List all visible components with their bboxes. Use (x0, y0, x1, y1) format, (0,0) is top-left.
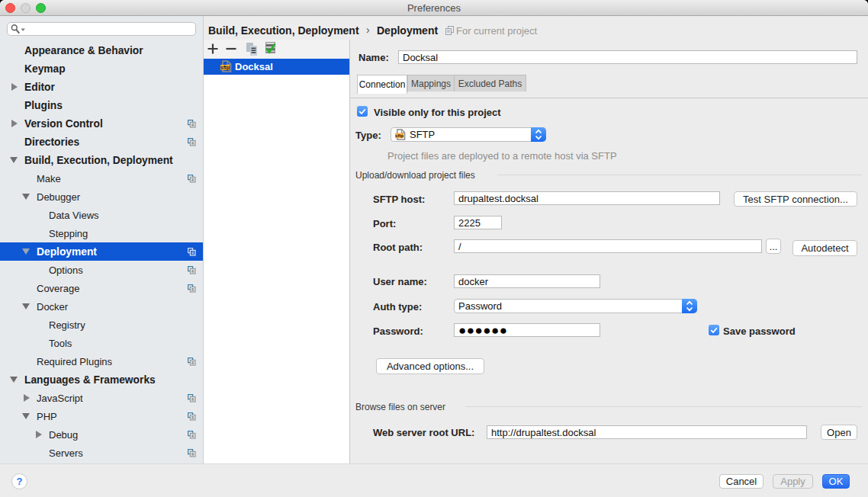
svg-text:sftp: sftp (395, 133, 403, 138)
svg-text:sftp: sftp (220, 65, 230, 71)
